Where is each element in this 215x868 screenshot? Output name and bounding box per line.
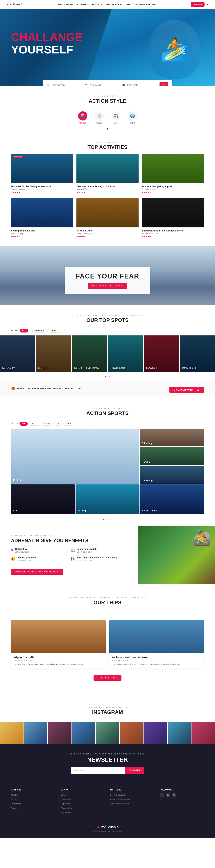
insta-item-9[interactable] bbox=[191, 722, 215, 744]
sign-up-button[interactable]: SIGN UP bbox=[191, 2, 204, 7]
footer-link-supplier[interactable]: Become a supplier bbox=[110, 793, 154, 796]
footer-link-press[interactable]: Press media bbox=[11, 802, 55, 805]
discover-experiences-button[interactable]: DISCOVER ADRENALIN EXPERIENCES bbox=[11, 569, 63, 575]
sports-filter-land[interactable]: LAND bbox=[63, 422, 73, 426]
footer-logo-text: actionook bbox=[101, 824, 118, 828]
spot-greece[interactable]: GREECE bbox=[36, 336, 71, 372]
footer-link-about[interactable]: About us bbox=[11, 793, 55, 796]
newsletter-email-input[interactable] bbox=[71, 767, 125, 774]
trip-card-australia[interactable]: Trip in Australia JAN 2018 14.5 2017 Lor… bbox=[11, 620, 106, 669]
filter-sport[interactable]: SPORT bbox=[48, 329, 59, 333]
style-land[interactable]: 🌍 LAND bbox=[128, 111, 137, 125]
activity-search-input[interactable] bbox=[52, 84, 80, 86]
insta-item-3[interactable] bbox=[48, 722, 71, 744]
insta-item-5[interactable] bbox=[96, 722, 119, 744]
hero-text-yourself: YOURSELF bbox=[11, 43, 83, 56]
trip-card-balloon[interactable]: Balloon travel over 3000km JAN 2018 14.5… bbox=[109, 620, 204, 669]
activity-card-1[interactable]: FEATURED Discover Scuba Diving in Santor… bbox=[11, 154, 73, 195]
activity-thumb-6 bbox=[142, 198, 204, 227]
nav-logo[interactable]: ▲ actionook bbox=[5, 2, 23, 6]
newsletter-subscribe-button[interactable]: SUBSCRIBE bbox=[125, 767, 144, 774]
footer-link-platform[interactable]: Your platform of activity bbox=[110, 802, 154, 805]
sport-card-surfing[interactable]: Surfing bbox=[75, 485, 139, 514]
activity-card-6[interactable]: Snowboarding in Sierra On Cushens Sierra… bbox=[142, 198, 204, 239]
activity-card-5[interactable]: ATVs on Dune Sahara Desert, Egypt ★★★★★ bbox=[76, 198, 139, 239]
googleplus-link[interactable]: G+ bbox=[172, 793, 176, 798]
footer-link-partners[interactable]: Partners bbox=[11, 806, 55, 810]
navbar: ▲ actionook DESTINATIONS ACTIVITIES BOOK… bbox=[0, 0, 215, 9]
nav-book-now[interactable]: BOOK NOW bbox=[91, 3, 102, 5]
insta-item-7[interactable] bbox=[144, 722, 167, 744]
footer-link-privacy[interactable]: Privacy policy bbox=[61, 806, 105, 810]
activity-info-4: Sailing on Italian sea Stromboli, Italy … bbox=[11, 227, 73, 239]
footer-link-legal[interactable]: Legal terms bbox=[61, 802, 105, 805]
location-search-field[interactable]: 📍 bbox=[84, 84, 120, 86]
sports-dot-1[interactable] bbox=[103, 519, 104, 520]
footer-grid: COMPANY About us Our Goals Press media P… bbox=[11, 788, 204, 815]
filter-adventure[interactable]: ADVENTURE bbox=[30, 329, 46, 333]
activity-card-4[interactable]: Sailing on Italian sea Stromboli, Italy … bbox=[11, 198, 73, 239]
insta-item-1[interactable] bbox=[0, 722, 24, 744]
footer-logo: ▲ actionook bbox=[11, 824, 204, 829]
footer-logo-icon: ▲ bbox=[96, 824, 100, 828]
footer-link-how[interactable]: How it works bbox=[61, 811, 105, 814]
insta-item-8[interactable] bbox=[167, 722, 191, 744]
sports-dot-3[interactable] bbox=[108, 519, 109, 520]
nav-gift[interactable]: GIFT VOUCHERS bbox=[106, 3, 122, 5]
dot-2[interactable] bbox=[107, 376, 108, 377]
footer-link-terms[interactable]: Terms of use bbox=[61, 798, 105, 801]
date-search-field[interactable]: 📅 bbox=[122, 84, 157, 86]
nav-partner[interactable]: BECOME A PARTNER bbox=[135, 3, 156, 5]
activity-info-6: Snowboarding in Sierra On Cushens Sierra… bbox=[142, 227, 204, 239]
language-selector[interactable]: EN bbox=[207, 3, 210, 5]
sport-card-canoeing[interactable]: Canoeing bbox=[140, 466, 204, 484]
nav-destinations[interactable]: DESTINATIONS bbox=[58, 3, 73, 5]
footer-link-affiliate[interactable]: Become Affiliate Partner bbox=[110, 798, 154, 801]
activity-card-3[interactable]: Tandem paragliding flights Santorini, Gr… bbox=[142, 154, 204, 195]
sport-card-rafting[interactable]: Rafting bbox=[140, 447, 204, 465]
spot-norway[interactable]: NORWAY bbox=[0, 336, 35, 372]
sports-top-row: Skiing Climbing Rafting Canoeing bbox=[11, 429, 204, 484]
location-search-input[interactable] bbox=[90, 84, 117, 86]
facebook-link[interactable]: f bbox=[160, 793, 164, 798]
insta-item-6[interactable] bbox=[120, 722, 143, 744]
sports-filter-snow[interactable]: SNOW bbox=[42, 422, 52, 426]
sport-card-atv[interactable]: ATY bbox=[11, 485, 75, 514]
spot-north-america-thumb: NORTH AMERICA bbox=[72, 336, 107, 372]
style-snow[interactable]: ❄️ SNOW bbox=[95, 111, 104, 125]
activity-search-field[interactable]: 🔍 bbox=[47, 84, 82, 86]
sport-card-scuba[interactable]: Scuba Diving bbox=[140, 485, 204, 514]
sports-filter-all[interactable]: ALL bbox=[20, 422, 28, 426]
date-search-input[interactable] bbox=[127, 84, 155, 86]
sports-dot-2[interactable] bbox=[106, 519, 107, 520]
footer-link-goals[interactable]: Our Goals bbox=[11, 798, 55, 801]
activity-card-2[interactable]: Discover Scuba Diving in Santorini Santo… bbox=[76, 154, 139, 195]
sport-card-climbing[interactable]: Climbing bbox=[140, 429, 204, 446]
footer-link-contact[interactable]: Contact us bbox=[61, 793, 105, 796]
spot-portugal[interactable]: PORTUGAL bbox=[180, 336, 215, 372]
discover-activities-button[interactable]: DISCOVER ALL ACTIVITIES bbox=[88, 283, 127, 288]
nav-trips[interactable]: TRIPS bbox=[125, 3, 131, 5]
style-air[interactable]: ✈️ AIR bbox=[111, 111, 120, 125]
sport-card-skiing[interactable]: Skiing bbox=[11, 429, 139, 484]
activities-grid: FEATURED Discover Scuba Diving in Santor… bbox=[0, 154, 215, 246]
spot-thailand[interactable]: THAILAND bbox=[108, 336, 143, 372]
spot-north-america[interactable]: NORTH AMERICA bbox=[72, 336, 107, 372]
insta-item-4[interactable] bbox=[72, 722, 95, 744]
atv-label: ATY bbox=[13, 509, 18, 512]
spot-france[interactable]: FRANCE bbox=[144, 336, 179, 372]
insta-item-2[interactable] bbox=[24, 722, 48, 744]
nav-activities[interactable]: ACTIVITIES bbox=[76, 3, 88, 5]
search-button[interactable]: 🔍 bbox=[159, 82, 168, 86]
dot-1[interactable] bbox=[105, 376, 106, 377]
read-all-trips-button[interactable]: READ ALL TRIPS bbox=[94, 675, 121, 681]
discover-activities-banner-button[interactable]: DISCOVER ACTIVITIES bbox=[170, 387, 204, 393]
trip-balloon-thumb bbox=[109, 620, 204, 653]
sports-filter-air[interactable]: AIR bbox=[54, 422, 62, 426]
sports-dot-4[interactable] bbox=[111, 519, 112, 520]
linkedin-link[interactable]: in bbox=[166, 793, 170, 798]
sports-filter-water[interactable]: WATER bbox=[29, 422, 40, 426]
style-water[interactable]: 🌊 WATER bbox=[78, 111, 87, 125]
filter-all[interactable]: ALL bbox=[20, 329, 28, 333]
dot-3[interactable] bbox=[109, 376, 110, 377]
